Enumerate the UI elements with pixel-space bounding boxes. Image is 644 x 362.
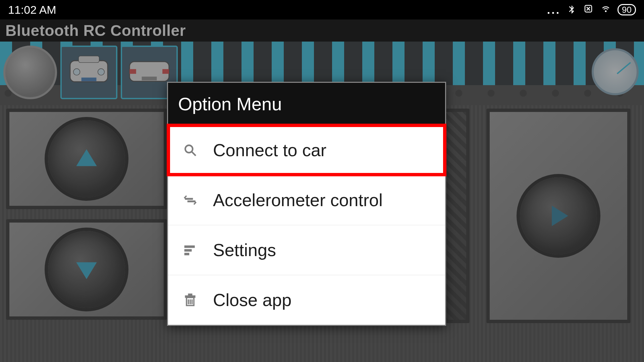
rotate-icon: [181, 193, 199, 207]
menu-item-close-app[interactable]: Close app: [168, 275, 445, 325]
menu-item-label: Connect to car: [213, 140, 326, 160]
menu-item-connect-to-car[interactable]: Connect to car: [168, 125, 445, 175]
svg-line-14: [192, 152, 196, 156]
more-icon: ...: [547, 3, 560, 16]
option-menu-dialog: Option Menu Connect to car Accelerometer…: [167, 82, 446, 326]
menu-item-settings[interactable]: Settings: [168, 225, 445, 275]
svg-rect-17: [185, 253, 189, 255]
menu-item-label: Accelerometer control: [213, 190, 383, 210]
app-title: Bluetooth RC Controller: [5, 21, 186, 40]
trash-icon: [181, 293, 199, 307]
search-icon: [181, 143, 199, 158]
battery-percent: 90: [622, 5, 632, 15]
menu-item-label: Settings: [213, 240, 276, 260]
battery-indicator: 90: [618, 4, 636, 15]
status-time: 11:02 AM: [8, 3, 56, 16]
vibrate-off-icon: [583, 3, 594, 16]
svg-rect-16: [185, 249, 192, 251]
svg-point-13: [185, 145, 193, 153]
status-right-cluster: ... 90: [547, 3, 636, 16]
menu-item-accelerometer-control[interactable]: Accelerometer control: [168, 175, 445, 225]
wifi-icon: [600, 3, 611, 16]
svg-rect-23: [189, 294, 192, 296]
app-surface: Option Menu Connect to car Accelerometer…: [0, 42, 644, 362]
option-menu-title: Option Menu: [168, 83, 445, 125]
bluetooth-icon: [567, 3, 577, 16]
menu-item-label: Close app: [213, 290, 291, 310]
status-bar: 11:02 AM ... 90: [0, 0, 644, 19]
app-title-bar: Bluetooth RC Controller: [0, 19, 644, 42]
svg-rect-15: [185, 246, 195, 248]
settings-icon: [181, 243, 199, 257]
